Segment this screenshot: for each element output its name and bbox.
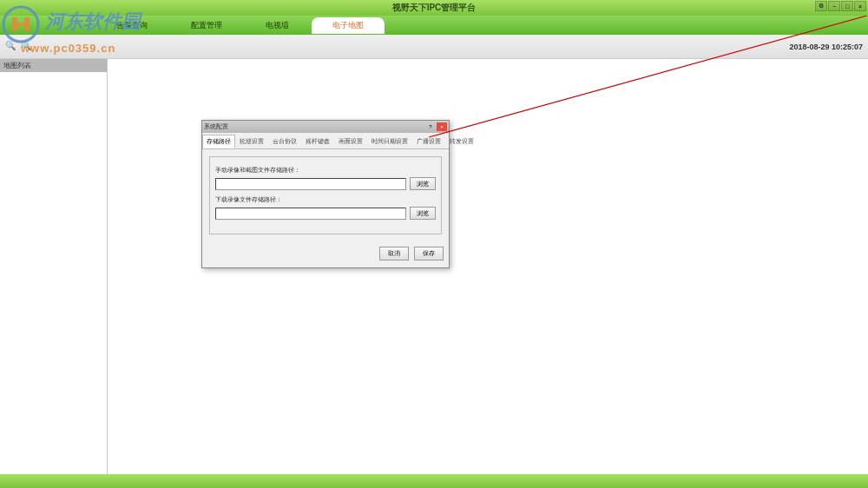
dialog-help-icon[interactable]: ? — [425, 122, 436, 131]
manual-path-row: 手动录像和截图文件存储路径： 浏览 — [215, 166, 436, 190]
sidebar-header: 地图列表 — [0, 59, 107, 72]
menu-tab-config[interactable]: 配置管理 — [170, 17, 243, 34]
dialog-tab-forward[interactable]: 转发设置 — [445, 135, 478, 148]
download-path-row: 下载录像文件存储路径： 浏览 — [215, 195, 436, 220]
window-title: 视野天下IPC管理平台 — [392, 2, 477, 14]
dialog-tab-storage[interactable]: 存储路径 — [202, 135, 235, 148]
dialog-tab-screen[interactable]: 画面设置 — [334, 135, 367, 148]
menu-tab-1[interactable] — [52, 23, 94, 28]
window-controls: ⚙ − □ × — [815, 1, 866, 11]
status-bar — [0, 474, 868, 488]
manual-browse-button[interactable]: 浏览 — [410, 177, 436, 190]
download-browse-button[interactable]: 浏览 — [410, 207, 436, 220]
window-settings-icon[interactable]: ⚙ — [815, 1, 827, 11]
sidebar: 地图列表 — [0, 59, 108, 474]
dialog-close-icon[interactable]: × — [437, 122, 447, 131]
manual-path-input-row: 浏览 — [215, 177, 436, 190]
save-button[interactable]: 保存 — [414, 247, 444, 260]
system-config-dialog: 系统配置 ? × 存储路径 轮巡设置 云台协议 摇杆键盘 画面设置 时间日期设置… — [201, 120, 450, 268]
dialog-tab-ptz[interactable]: 云台协议 — [268, 135, 301, 148]
dialog-title: 系统配置 — [204, 122, 228, 131]
download-path-input-row: 浏览 — [215, 207, 436, 220]
menu-tab-tvwall[interactable]: 电视墙 — [245, 17, 310, 34]
menu-tab-emap[interactable]: 电子地图 — [312, 17, 385, 34]
window-minimize-icon[interactable]: − — [828, 1, 840, 11]
dialog-body: 手动录像和截图文件存储路径： 浏览 下载录像文件存储路径： 浏览 — [202, 149, 449, 241]
window-maximize-icon[interactable]: □ — [841, 1, 853, 11]
menu-tab-0[interactable] — [9, 23, 50, 28]
dialog-tab-joystick[interactable]: 摇杆键盘 — [301, 135, 334, 148]
dialog-controls: ? × — [425, 122, 447, 131]
content-area: 系统配置 ? × 存储路径 轮巡设置 云台协议 摇杆键盘 画面设置 时间日期设置… — [108, 59, 868, 474]
download-path-input[interactable] — [215, 208, 406, 220]
dialog-tab-datetime[interactable]: 时间日期设置 — [367, 135, 412, 148]
sidebar-content — [0, 72, 107, 474]
storage-panel: 手动录像和截图文件存储路径： 浏览 下载录像文件存储路径： 浏览 — [209, 156, 442, 234]
dialog-tab-polling[interactable]: 轮巡设置 — [235, 135, 268, 148]
dialog-tabs: 存储路径 轮巡设置 云台协议 摇杆键盘 画面设置 时间日期设置 广播设置 转发设… — [202, 133, 449, 149]
download-path-label: 下载录像文件存储路径： — [215, 195, 436, 204]
main-menu: 告警查询 配置管理 电视墙 电子地图 — [0, 16, 868, 35]
window-titlebar: 视野天下IPC管理平台 ⚙ − □ × — [0, 0, 868, 16]
window-close-icon[interactable]: × — [854, 1, 866, 11]
zoom-out-icon[interactable]: 🔍 — [21, 41, 33, 53]
dialog-tab-broadcast[interactable]: 广播设置 — [412, 135, 445, 148]
manual-path-label: 手动录像和截图文件存储路径： — [215, 166, 436, 175]
main-area: 地图列表 系统配置 ? × 存储路径 轮巡设置 云台协议 摇杆键盘 画面设置 时… — [0, 59, 868, 474]
dialog-titlebar[interactable]: 系统配置 ? × — [202, 121, 449, 133]
manual-path-input[interactable] — [215, 178, 406, 190]
menu-tab-alarm-query[interactable]: 告警查询 — [95, 17, 168, 34]
timestamp: 2018-08-29 10:25:07 — [789, 43, 863, 51]
toolbar-icons: 🔍 🔍 — [5, 41, 33, 53]
toolbar: 🔍 🔍 2018-08-29 10:25:07 — [0, 35, 868, 59]
dialog-buttons: 取消 保存 — [202, 241, 449, 267]
zoom-in-icon[interactable]: 🔍 — [5, 41, 17, 53]
cancel-button[interactable]: 取消 — [379, 247, 409, 260]
